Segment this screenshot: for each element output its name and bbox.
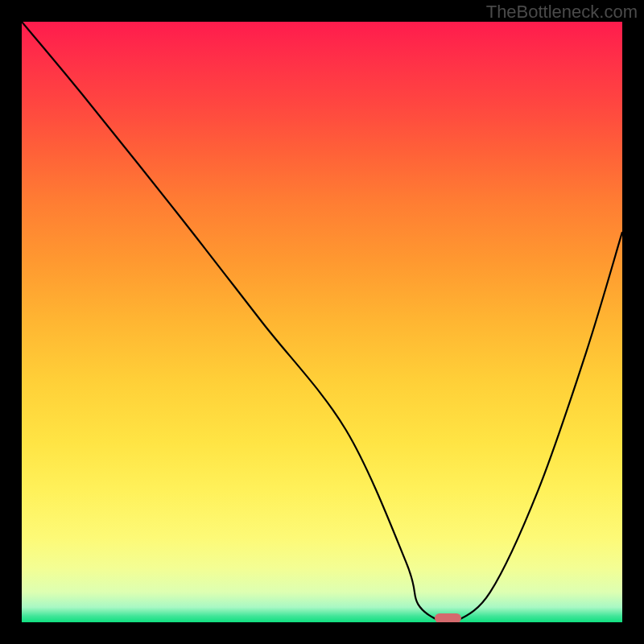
optimal-range-marker — [435, 613, 462, 622]
plot-area — [22, 22, 622, 622]
curve-path — [22, 22, 622, 622]
watermark-text: TheBottleneck.com — [486, 2, 638, 23]
bottleneck-curve — [22, 22, 622, 622]
